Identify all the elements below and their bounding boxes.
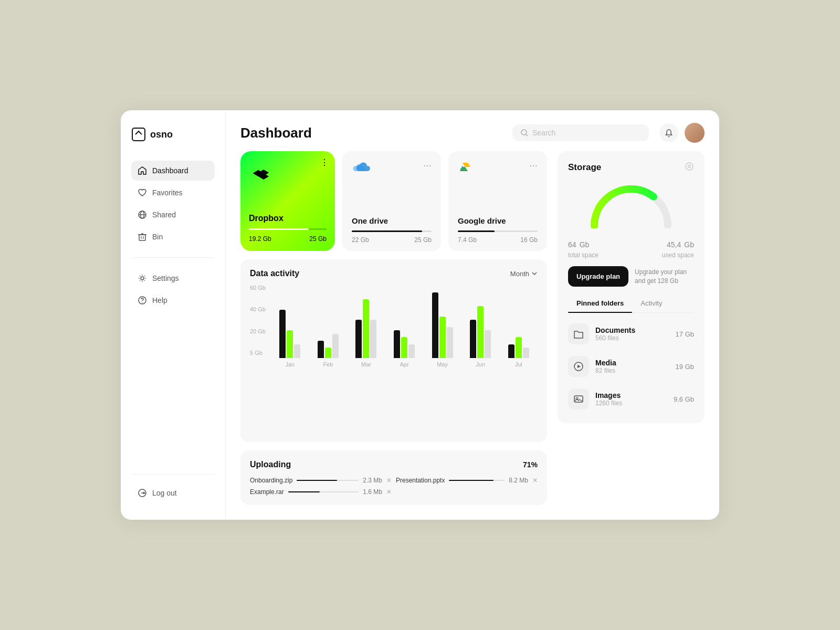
logo-text: osno: [150, 129, 173, 140]
tab-activity[interactable]: Activity: [632, 295, 670, 312]
chart-area: JanFebMarAprMayJunJul: [271, 289, 538, 369]
bar: [332, 334, 339, 358]
chart-month-label: Mar: [361, 361, 371, 368]
googledrive-more-icon[interactable]: ⋯: [529, 161, 538, 171]
folder-icon-wrap: [568, 388, 589, 410]
svg-point-10: [142, 302, 143, 303]
folder-size: 9,6 Gb: [674, 395, 694, 403]
upload-filename: Onboarding.zip: [250, 477, 292, 484]
storage-settings-button[interactable]: [685, 162, 694, 173]
dropbox-logo-icon: [251, 164, 272, 185]
used-gb-unit: Gb: [684, 240, 694, 249]
settings-icon: [138, 274, 147, 283]
upload-close-button[interactable]: ✕: [386, 477, 392, 484]
month-selector[interactable]: Month: [510, 270, 538, 278]
upgrade-text: Upgrade your plan and get 128 Gb: [635, 268, 694, 286]
logout-button[interactable]: Log out: [131, 483, 215, 503]
svg-rect-0: [132, 128, 145, 141]
app-container: osno Dashboard Favorites: [121, 110, 719, 520]
googledrive-card-header: ⋯: [458, 161, 538, 175]
googledrive-progress-fill: [458, 230, 495, 232]
googledrive-icon: [458, 161, 472, 175]
right-panel: Storage: [558, 151, 705, 505]
bar: [401, 337, 407, 358]
googledrive-card[interactable]: ⋯ Google drive 7.4 Gb 16 Gb: [448, 151, 547, 251]
storage-card: Storage: [558, 151, 705, 423]
folder-info: Images 1260 files: [595, 391, 667, 407]
folder-size: 17 Gb: [676, 330, 694, 338]
folder-name: Images: [595, 391, 667, 400]
storage-tabs: Pinned folders Activity: [568, 295, 694, 313]
folder-item-documents[interactable]: Documents 560 files 17 Gb: [568, 320, 694, 348]
upload-file-item: Presentation.pptx 8.2 Mb ✕: [396, 477, 538, 484]
sidebar-item-shared[interactable]: Shared: [131, 205, 215, 225]
dropbox-card-info: Dropbox 19.2 Gb 25 Gb: [249, 214, 327, 243]
avatar[interactable]: [685, 123, 705, 143]
upload-size: 8.2 Mb: [509, 477, 528, 484]
storage-header: Storage: [568, 162, 694, 173]
dropbox-more-icon[interactable]: ⋮: [320, 158, 329, 167]
sidebar-item-bin[interactable]: Bin: [131, 227, 215, 247]
tab-pinned-folders[interactable]: Pinned folders: [568, 295, 632, 312]
nav-settings-section: Settings Help: [131, 268, 215, 310]
chart-month-label: Jan: [285, 361, 295, 368]
dropbox-card[interactable]: ⋮ Dropbox: [240, 151, 335, 251]
bar: [408, 344, 415, 358]
uploading-card: Uploading 71% Onboarding.zip 2.3 Mb ✕ Pr…: [240, 450, 547, 505]
folder-count: 82 files: [595, 367, 669, 374]
folder-item-images[interactable]: Images 1260 files 9,6 Gb: [568, 385, 694, 413]
upload-close-button[interactable]: ✕: [386, 488, 392, 496]
dropbox-card-name: Dropbox: [249, 214, 327, 223]
nav-bottom: Log out: [131, 474, 215, 503]
nav-section: Dashboard Favorites Shared: [131, 161, 215, 474]
chart-group-jul: Jul: [499, 289, 538, 369]
bar: [287, 330, 293, 358]
folder-icon-wrap: [568, 323, 589, 344]
upload-close-button[interactable]: ✕: [532, 477, 538, 484]
upgrade-button[interactable]: Upgrade plan: [568, 266, 628, 287]
dropbox-total: 25 Gb: [309, 235, 327, 243]
googledrive-used: 7.4 Gb: [458, 236, 477, 244]
onedrive-card-header: ⋯: [352, 161, 432, 173]
chart-group-jan: Jan: [271, 289, 309, 369]
folder-name: Media: [595, 359, 669, 367]
sidebar: osno Dashboard Favorites: [121, 110, 226, 520]
chart-y-labels: 60 Gb 40 Gb 20 Gb 5 Gb: [250, 285, 269, 356]
chart-month-label: Jul: [515, 361, 522, 368]
bar: [447, 327, 453, 358]
folder-info: Documents 560 files: [595, 326, 669, 342]
logo[interactable]: osno: [131, 127, 215, 142]
googledrive-name: Google drive: [458, 216, 538, 225]
folder-name: Documents: [595, 326, 669, 334]
folder-count: 1260 files: [595, 400, 667, 407]
trash-icon: [138, 232, 147, 242]
search-bar[interactable]: Search: [512, 124, 649, 141]
sidebar-item-favorites[interactable]: Favorites: [131, 183, 215, 203]
onedrive-more-icon[interactable]: ⋯: [423, 161, 432, 171]
total-gb-value: 64: [568, 240, 576, 249]
logout-label: Log out: [152, 489, 177, 497]
upload-progress-fill: [297, 480, 337, 481]
svg-line-13: [526, 134, 528, 136]
sidebar-label-help: Help: [152, 296, 167, 304]
logout-icon: [138, 488, 147, 498]
onedrive-card[interactable]: ⋯ One drive 22 Gb 25 Gb: [342, 151, 441, 251]
sidebar-item-dashboard[interactable]: Dashboard: [131, 161, 215, 181]
chevron-down-icon: [531, 270, 538, 277]
left-panel: ⋮ Dropbox: [240, 151, 547, 505]
total-space-label: total space: [568, 251, 598, 259]
uploading-header: Uploading 71%: [250, 460, 538, 469]
upload-filename: Presentation.pptx: [396, 477, 445, 484]
folder-item-media[interactable]: Media 82 files 19 Gb: [568, 353, 694, 380]
header-icons: [659, 123, 705, 143]
month-label: Month: [510, 270, 529, 278]
sidebar-item-help[interactable]: Help: [131, 290, 215, 310]
notification-button[interactable]: [659, 123, 678, 142]
sidebar-item-settings[interactable]: Settings: [131, 268, 215, 288]
header: Dashboard Search: [226, 110, 719, 151]
upload-files-grid: Onboarding.zip 2.3 Mb ✕ Presentation.ppt…: [250, 477, 538, 496]
used-gb-value: 45,4: [667, 240, 681, 249]
gauge-container: [568, 181, 694, 228]
storage-settings-icon: [685, 162, 694, 171]
chart-month-label: Jun: [476, 361, 485, 368]
